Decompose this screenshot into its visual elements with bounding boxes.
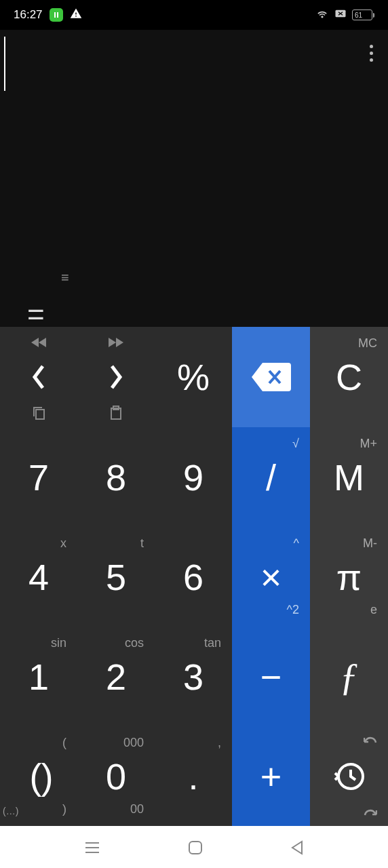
divide-key[interactable]: √ / xyxy=(232,427,310,527)
key-label: 4 xyxy=(28,556,49,598)
minus-key[interactable]: − xyxy=(232,627,310,726)
digit-7-key[interactable]: 7 xyxy=(0,427,77,527)
parentheses-key[interactable]: ( ( ) ) (…) xyxy=(0,726,77,826)
system-nav-bar xyxy=(0,826,388,868)
chevron-left-icon xyxy=(31,363,47,391)
battery-icon: 61 xyxy=(352,9,374,20)
memory-key[interactable]: M+ M xyxy=(310,427,388,527)
status-bar: 16:27 61 xyxy=(0,0,388,30)
key-label: 1 xyxy=(28,656,49,698)
copy-icon xyxy=(32,406,45,420)
backspace-icon xyxy=(252,363,291,391)
digit-5-key[interactable]: t 5 xyxy=(77,527,155,627)
key-label: 0 xyxy=(106,755,126,797)
square-label: ^2 xyxy=(287,603,299,617)
open-paren-label: ( xyxy=(62,736,66,750)
key-label: 9 xyxy=(183,456,203,498)
key-label: 2 xyxy=(106,656,126,698)
sqrt-label: √ xyxy=(292,437,299,451)
digit-2-key[interactable]: cos 2 xyxy=(77,627,155,726)
tan-label: tan xyxy=(204,636,221,650)
digit-3-key[interactable]: tan 3 xyxy=(155,627,232,726)
digit-4-key[interactable]: x 4 xyxy=(0,527,77,627)
digit-6-key[interactable]: 6 xyxy=(155,527,232,627)
decimal-key[interactable]: , . xyxy=(155,726,232,826)
mc-label: MC xyxy=(358,336,377,351)
mminus-label: M- xyxy=(363,536,377,551)
key-label: + xyxy=(260,755,282,797)
digit-0-key[interactable]: 000 0 00 xyxy=(77,726,155,826)
nav-menu-icon[interactable] xyxy=(84,842,100,854)
digit-1-key[interactable]: sin 1 xyxy=(0,627,77,726)
key-label: % xyxy=(177,356,210,398)
key-label: / xyxy=(266,456,276,498)
key-label: π xyxy=(336,556,362,598)
pi-key[interactable]: M- π e xyxy=(310,527,388,627)
plus-key[interactable]: + xyxy=(232,726,310,826)
chevron-right-icon xyxy=(108,363,124,391)
key-label: − xyxy=(260,656,282,698)
svg-rect-7 xyxy=(189,842,201,854)
cursor-left-key[interactable] xyxy=(0,327,77,427)
digit-8-key[interactable]: 8 xyxy=(77,427,155,527)
double-zero-label: 00 xyxy=(130,802,144,816)
calculator-display: ≡ = xyxy=(0,30,388,327)
key-label: . xyxy=(188,755,198,797)
redo-icon xyxy=(364,808,377,816)
cos-label: cos xyxy=(125,636,144,650)
key-label: 7 xyxy=(28,456,49,498)
app-badge-icon xyxy=(50,8,63,22)
close-paren-label: ) xyxy=(62,802,66,816)
warning-icon xyxy=(70,7,82,23)
key-label: ƒ xyxy=(340,655,359,698)
key-label: 5 xyxy=(106,556,126,598)
history-key[interactable] xyxy=(310,726,388,826)
key-label: ( ) xyxy=(30,755,48,797)
backspace-key[interactable] xyxy=(232,327,310,427)
cursor-right-key[interactable] xyxy=(77,327,155,427)
mute-icon xyxy=(334,8,347,22)
power-label: ^ xyxy=(294,536,299,551)
overflow-menu-icon[interactable] xyxy=(370,45,373,62)
svg-rect-1 xyxy=(57,12,58,18)
key-label: 8 xyxy=(106,456,126,498)
multiply-key[interactable]: ^ × ^2 xyxy=(232,527,310,627)
nav-back-icon[interactable] xyxy=(290,840,304,855)
svg-rect-0 xyxy=(54,12,56,18)
history-icon xyxy=(333,760,366,793)
function-key[interactable]: ƒ xyxy=(310,627,388,726)
key-label: 3 xyxy=(183,656,203,698)
clock: 16:27 xyxy=(14,8,43,22)
undo-icon xyxy=(364,736,377,744)
keypad: % MC C 7 8 9 √ / M+ M x 4 t 5 6 ^ × ^2 M… xyxy=(0,327,388,826)
triple-zero-label: 000 xyxy=(123,736,144,750)
percent-key[interactable]: % xyxy=(155,327,232,427)
comma-label: , xyxy=(218,736,221,750)
ellipsis-paren-label: (…) xyxy=(3,806,18,816)
rewind-icon xyxy=(31,338,46,347)
clear-key[interactable]: MC C xyxy=(310,327,388,427)
sin-label: sin xyxy=(51,636,66,650)
status-left: 16:27 xyxy=(14,7,82,23)
svg-rect-3 xyxy=(36,410,44,419)
key-label: M xyxy=(334,456,364,498)
wifi-icon xyxy=(315,8,329,22)
forward-icon xyxy=(109,338,123,347)
small-menu-icon: ≡ xyxy=(61,271,69,284)
mplus-label: M+ xyxy=(360,437,377,451)
key-label: × xyxy=(260,556,282,598)
x-label: x xyxy=(60,536,66,551)
input-cursor[interactable] xyxy=(4,37,5,91)
key-label: 6 xyxy=(183,556,203,598)
clipboard-icon xyxy=(110,406,122,420)
t-label: t xyxy=(140,536,144,551)
nav-home-icon[interactable] xyxy=(188,840,203,855)
key-label: C xyxy=(336,356,362,398)
digit-9-key[interactable]: 9 xyxy=(155,427,232,527)
e-label: e xyxy=(370,603,377,617)
status-right: 61 xyxy=(315,8,374,22)
